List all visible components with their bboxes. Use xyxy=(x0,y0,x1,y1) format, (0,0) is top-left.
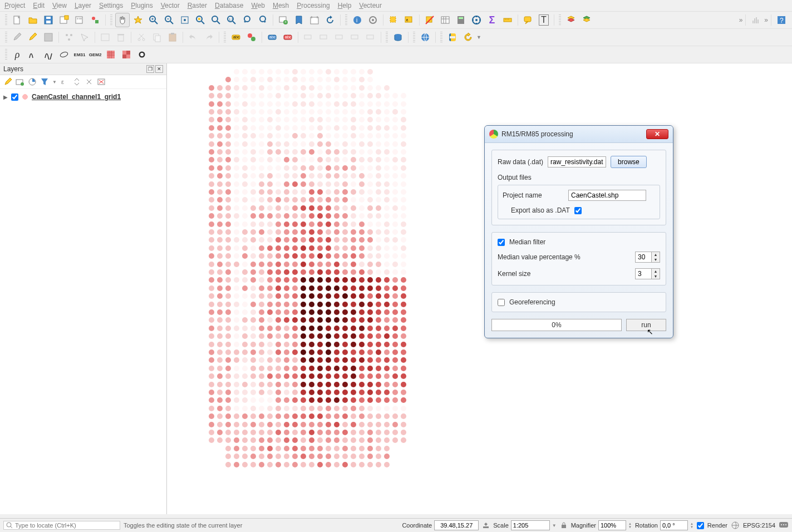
zoom-to-layer-icon[interactable] xyxy=(209,13,223,27)
delete-selected-icon[interactable] xyxy=(114,30,128,45)
menu-web[interactable]: Web xyxy=(251,2,264,9)
identify-icon[interactable]: i xyxy=(350,13,365,27)
menu-view[interactable]: View xyxy=(52,2,67,9)
menu-database[interactable]: Database xyxy=(215,2,243,9)
menu-processing[interactable]: Processing xyxy=(297,2,329,9)
menu-project[interactable]: Project xyxy=(4,2,25,9)
python-icon[interactable] xyxy=(445,30,460,45)
locator-input[interactable] xyxy=(15,522,117,529)
menu-vecteur[interactable]: Vecteur xyxy=(359,2,382,9)
layer-style-icon[interactable] xyxy=(3,77,12,86)
panel-close-icon[interactable]: ✕ xyxy=(155,65,163,73)
run-button[interactable]: run ↖ xyxy=(626,319,666,331)
agt-text-icon[interactable]: EM31 xyxy=(72,47,87,62)
plugin-icon-2[interactable] xyxy=(579,13,594,27)
label-pin-icon[interactable] xyxy=(301,30,316,45)
paste-icon[interactable] xyxy=(165,30,180,45)
crs-label[interactable]: EPSG:2154 xyxy=(743,522,775,529)
spin-up-icon[interactable]: ▲ xyxy=(652,252,660,257)
browse-button[interactable]: browse xyxy=(611,156,647,168)
menu-vector[interactable]: Vector xyxy=(161,2,180,9)
map-canvas[interactable] xyxy=(167,63,792,514)
menu-raster[interactable]: Raster xyxy=(188,2,207,9)
new-bookmark-icon[interactable] xyxy=(292,13,306,27)
remove-layer-icon[interactable] xyxy=(97,77,106,86)
locator-search[interactable] xyxy=(3,521,120,530)
text-annotation-icon[interactable]: T xyxy=(537,13,551,27)
pan-to-selection-icon[interactable] xyxy=(131,13,145,27)
new-project-icon[interactable] xyxy=(10,13,24,27)
label-change-icon[interactable] xyxy=(363,30,378,45)
label-icon-4[interactable]: abc xyxy=(281,30,295,45)
add-group-icon[interactable] xyxy=(16,77,24,86)
map-tips-icon[interactable] xyxy=(521,13,535,27)
median-percentage-input[interactable] xyxy=(635,252,652,263)
modify-attrs-icon[interactable] xyxy=(98,30,112,45)
help-icon[interactable]: ? xyxy=(774,13,789,27)
manage-themes-icon[interactable] xyxy=(28,77,37,86)
collapse-all-icon[interactable] xyxy=(85,77,94,86)
median-filter-checkbox[interactable] xyxy=(498,239,505,246)
dialog-close-button[interactable]: ✕ xyxy=(646,129,668,139)
add-feature-icon[interactable] xyxy=(62,30,76,45)
render-checkbox[interactable] xyxy=(697,522,704,529)
save-icon[interactable] xyxy=(41,13,56,27)
open-project-icon[interactable] xyxy=(26,13,40,27)
deselect-icon[interactable] xyxy=(422,13,437,27)
cut-icon[interactable] xyxy=(134,30,149,45)
attribute-table-icon[interactable] xyxy=(438,13,452,27)
current-edits-icon[interactable] xyxy=(10,30,24,45)
database-icon[interactable] xyxy=(391,30,405,45)
label-icon-1[interactable]: abc xyxy=(229,30,243,45)
agt-grid2-icon[interactable] xyxy=(119,47,134,62)
panel-undock-icon[interactable]: ❐ xyxy=(146,65,154,73)
zoom-out-icon[interactable] xyxy=(162,13,176,27)
agt-curve1-icon[interactable] xyxy=(26,47,40,62)
project-name-input[interactable] xyxy=(568,190,646,201)
spin-up-icon[interactable]: ▲ xyxy=(652,269,660,274)
agt-gem-icon[interactable]: GEM2 xyxy=(88,47,102,62)
plugin-icon-1[interactable] xyxy=(564,13,578,27)
zoom-in-icon[interactable] xyxy=(146,13,161,27)
layer-item[interactable]: ▶ CaenCastel_channel1_grid1 xyxy=(2,91,164,102)
refresh-icon[interactable] xyxy=(323,13,337,27)
spin-down-icon[interactable]: ▼ xyxy=(652,274,660,279)
label-show-icon[interactable] xyxy=(317,30,331,45)
expand-all-icon[interactable] xyxy=(72,77,81,86)
reload-icon[interactable] xyxy=(461,30,475,45)
toggle-editing-icon[interactable] xyxy=(26,30,40,45)
processing-toolbox-icon[interactable] xyxy=(469,13,484,27)
coordinate-input[interactable] xyxy=(434,520,479,530)
new-print-layout-icon[interactable] xyxy=(57,13,71,27)
pan-icon[interactable] xyxy=(115,13,130,27)
menu-layer[interactable]: Layer xyxy=(75,2,91,9)
copy-icon[interactable] xyxy=(150,30,164,45)
export-dat-checkbox[interactable] xyxy=(574,207,582,214)
rotation-input[interactable] xyxy=(660,520,688,530)
label-move-icon[interactable] xyxy=(332,30,347,45)
histogram-icon[interactable] xyxy=(749,13,763,27)
menu-mesh[interactable]: Mesh xyxy=(273,2,289,9)
filter-expression-icon[interactable]: ε xyxy=(60,77,69,86)
web-icon[interactable] xyxy=(418,30,432,45)
layout-manager-icon[interactable] xyxy=(72,13,87,27)
new-map-view-icon[interactable]: + xyxy=(276,13,291,27)
undo-icon[interactable] xyxy=(186,30,200,45)
zoom-to-selection-icon[interactable] xyxy=(193,13,208,27)
menu-settings[interactable]: Settings xyxy=(99,2,123,9)
agt-rho-icon[interactable]: ρ xyxy=(10,47,24,62)
magnifier-input[interactable] xyxy=(598,520,626,530)
menu-edit[interactable]: Edit xyxy=(33,2,45,9)
redo-icon[interactable] xyxy=(201,30,216,45)
menu-help[interactable]: Help xyxy=(338,2,352,9)
scale-input[interactable] xyxy=(511,520,550,530)
temporal-icon[interactable] xyxy=(307,13,322,27)
agt-curve2-icon[interactable] xyxy=(41,47,56,62)
label-icon-2[interactable] xyxy=(244,30,259,45)
menu-plugins[interactable]: Plugins xyxy=(131,2,153,9)
style-manager-icon[interactable] xyxy=(88,13,102,27)
filter-legend-icon[interactable] xyxy=(40,77,49,86)
statistics-icon[interactable]: Σ xyxy=(485,13,499,27)
agt-gear-icon[interactable] xyxy=(135,47,149,62)
measure-icon[interactable] xyxy=(500,13,515,27)
